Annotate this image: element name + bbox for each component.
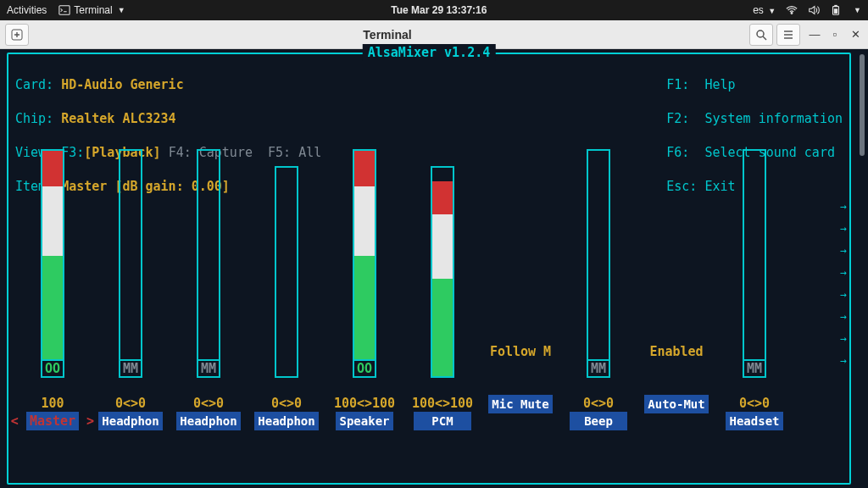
channel-level-bar[interactable] [119,149,142,361]
hamburger-button[interactable] [776,24,800,46]
channel-name: Headphon [254,412,318,430]
alsamixer-frame: AlsaMixer v1.2.4 Card: HD-Audio Generic … [7,53,851,485]
channel-level-bar[interactable] [587,149,610,361]
channel-name: Headphon [98,412,162,430]
selection-left-icon: < [11,413,26,430]
mute-indicator[interactable]: OO [41,359,64,378]
channel-level-bar[interactable] [197,149,220,361]
channel-auto-mut[interactable]: EnabledAuto-Mut [637,147,715,474]
channel-level-bar[interactable] [431,166,454,378]
alsamixer-title: AlsaMixer v1.2.4 [363,44,496,61]
svg-rect-0 [59,6,70,15]
channel-value: 100<>100 [326,395,403,412]
right-arrows-icon: →→→→→→→→ [840,198,847,369]
channel-mic mute[interactable]: Follow MMic Mute [481,147,559,474]
channel-value: 0<>0 [170,395,248,412]
chevron-down-icon: ▼ [118,6,125,14]
help-f2-text: System information [704,111,843,126]
channel-speaker[interactable]: OO100<>100Speaker [326,147,403,474]
channel-name: Mic Mute [488,395,552,413]
channel-text-value: Follow M [490,342,551,361]
svg-rect-3 [834,8,837,14]
channel-level-bar[interactable] [275,166,298,378]
svg-rect-2 [834,5,837,7]
system-menu-chevron-icon[interactable]: ▼ [854,6,861,14]
card-value: HD-Audio Generic [61,77,184,92]
mute-indicator[interactable]: MM [119,359,142,378]
channel-name: Headphon [176,412,240,430]
minimize-button[interactable]: — [807,27,822,42]
channel-level-bar[interactable] [743,149,766,361]
clock[interactable]: Tue Mar 29 13:37:16 [125,4,754,16]
help-f1-key: F1: [666,77,689,92]
chip-label: Chip: [15,111,53,126]
activities-button[interactable]: Activities [7,4,47,16]
help-f1-text: Help [704,77,735,92]
window-title: Terminal [29,28,746,42]
mute-indicator[interactable]: MM [197,359,220,378]
svg-point-5 [757,30,764,37]
new-tab-button[interactable] [5,24,29,46]
volume-icon[interactable] [808,4,820,16]
search-icon [755,29,767,41]
channel-level-bar[interactable] [41,149,64,361]
channel-name: Beep [570,412,627,430]
channel-headphon[interactable]: MM0<>0Headphon [92,147,170,474]
channel-text-value: Enabled [649,342,703,361]
channel-name: Headset [726,412,783,430]
search-button[interactable] [749,24,773,46]
terminal-icon [58,4,70,16]
channel-value: 0<>0 [92,395,170,412]
channel-level-bar[interactable] [353,149,376,361]
channel-name: Speaker [336,412,393,430]
gnome-topbar: Activities Terminal ▼ Tue Mar 29 13:37:1… [0,0,868,20]
channel-beep[interactable]: MM0<>0Beep [559,147,637,474]
close-button[interactable]: ✕ [848,27,863,42]
mute-indicator[interactable]: OO [353,359,376,378]
battery-icon[interactable] [830,4,842,16]
hamburger-icon [782,29,794,41]
channel-headset[interactable]: MM0<>0Headset [715,147,793,474]
channel-value: 100<>100 [403,395,481,412]
channel-headphon[interactable]: 0<>0Headphon [248,147,326,474]
mute-indicator[interactable]: MM [587,359,610,378]
channel-pcm[interactable]: 100<>100PCM [403,147,481,474]
new-tab-icon [11,29,23,41]
channel-master[interactable]: OO100< Master > [14,147,92,474]
mixer-controls[interactable]: OO100< Master >MM0<>0HeadphonMM0<>0Headp… [8,147,849,474]
keyboard-layout-indicator[interactable]: es ▼ [753,4,776,16]
app-menu[interactable]: Terminal ▼ [58,4,125,16]
terminal-scrollbar[interactable] [858,49,866,488]
channel-name: PCM [414,412,471,430]
card-label: Card: [15,77,53,92]
channel-name: Auto-Mut [644,395,708,413]
maximize-button[interactable]: ▫ [827,27,843,42]
wifi-icon[interactable] [786,4,798,16]
channel-name: Master [26,412,79,430]
mute-indicator[interactable]: MM [743,359,766,378]
channel-headphon[interactable]: MM0<>0Headphon [170,147,248,474]
channel-value: 0<>0 [715,395,793,412]
chip-value: Realtek ALC3234 [61,111,175,126]
help-f2-key: F2: [666,111,689,126]
terminal-body[interactable]: AlsaMixer v1.2.4 Card: HD-Audio Generic … [0,49,868,488]
channel-value: 100 [14,395,92,412]
channel-value: 0<>0 [559,395,637,412]
app-menu-label: Terminal [74,4,112,16]
channel-value: 0<>0 [248,395,326,412]
